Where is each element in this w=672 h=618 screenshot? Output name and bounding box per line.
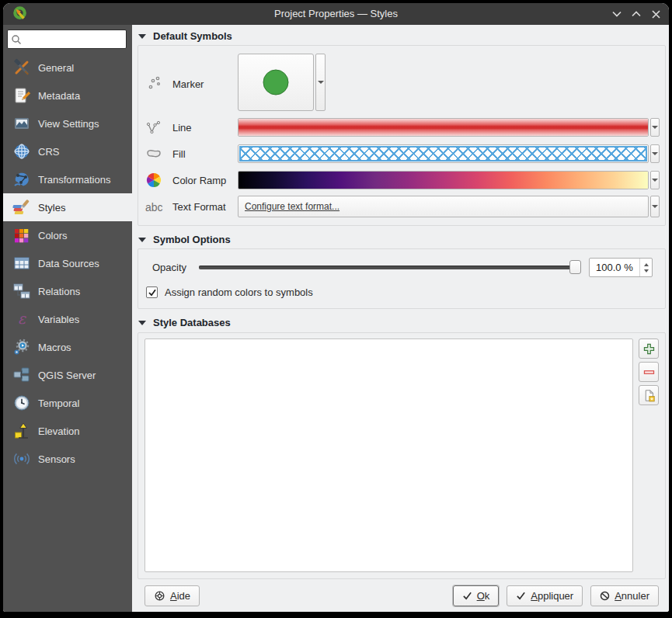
server-icon [12,366,31,384]
sidebar-item-temporal[interactable]: Temporal [3,389,132,417]
opacity-slider-track[interactable] [199,266,581,269]
text-format-button[interactable]: Configure text format... [238,196,649,217]
window-title: Project Properties — Styles [3,3,669,25]
sidebar-item-label: Variables [38,314,79,325]
sidebar-item-relations[interactable]: Relations [3,277,132,305]
section-title: Symbol Options [153,234,231,245]
minimize-icon[interactable] [610,7,624,21]
styles-panel: Default Symbols Marker Line [132,25,669,612]
configure-text-format-link[interactable]: Configure text format... [245,201,339,212]
titlebar: Project Properties — Styles [3,3,669,25]
add-icon [642,342,656,356]
remove-style-database-button[interactable] [639,362,659,382]
close-icon[interactable] [649,7,663,21]
sidebar-item-general[interactable]: General [3,54,132,82]
relations-tables-icon [12,282,31,300]
random-colors-checkbox[interactable] [146,286,158,298]
color-ramp-dropdown-button[interactable] [650,171,660,189]
fill-label: Fill [172,148,186,160]
ok-button[interactable]: Ok [453,585,500,606]
sidebar-item-label: Sensors [38,453,75,465]
sidebar-item-data-sources[interactable]: Data Sources [3,249,132,277]
cancel-icon [600,591,610,601]
apply-button[interactable]: Appliquer [507,585,583,606]
sidebar-item-label: QGIS Server [38,370,96,381]
new-style-database-button[interactable] [639,385,659,405]
fill-preview-button[interactable] [238,144,649,163]
chevron-down-icon [318,81,324,84]
chevron-down-icon [652,179,658,182]
random-colors-label: Assign random colors to symbols [165,286,313,298]
sidebar-item-styles[interactable]: Styles [3,193,132,221]
line-symbol-icon [144,118,163,137]
opacity-slider[interactable] [199,260,581,274]
symbol-options-header[interactable]: Symbol Options [138,234,231,245]
help-buoy-icon [154,590,165,602]
collapse-arrow-icon [138,34,146,39]
spin-up-icon[interactable] [644,263,649,266]
collapse-arrow-icon [138,238,146,242]
globe-network-icon [12,170,31,189]
color-ramp-label: Color Ramp [172,175,226,186]
help-button[interactable]: Aide [144,585,200,606]
sidebar-item-label: View Settings [38,118,99,130]
sidebar-item-label: Transformations [38,174,110,186]
sidebar-item-label: Relations [38,286,80,297]
sidebar-item-view-settings[interactable]: View Settings [3,109,132,137]
marker-symbol-preview [263,70,289,95]
line-dropdown-button[interactable] [650,118,660,137]
sidebar-item-crs[interactable]: CRS [3,137,132,165]
help-button-label: Aide [170,590,190,602]
color-wheel-icon [144,171,163,189]
color-ramp-preview [239,172,648,189]
marker-dropdown-button[interactable] [315,54,326,111]
spin-down-icon[interactable] [644,269,649,273]
marker-label: Marker [172,78,204,90]
ok-button-label: Ok [477,590,490,602]
cancel-button[interactable]: Annuler [590,585,659,606]
color-ramp-button[interactable] [238,171,649,189]
sidebar-item-transformations[interactable]: Transformations [3,165,132,193]
map-view-icon [12,114,31,133]
sidebar-nav: General Metadata [3,54,132,473]
opacity-label: Opacity [152,262,186,273]
fill-dropdown-button[interactable] [650,144,660,163]
marker-symbol-icon [146,74,165,92]
apply-button-label: Appliquer [531,590,573,602]
sidebar-item-macros[interactable]: Macros [3,333,132,361]
opacity-spinbox[interactable]: 100.0 % [589,258,653,277]
line-label: Line [172,122,192,134]
line-symbol-preview [239,119,648,136]
line-preview-button[interactable] [238,118,649,137]
search-icon [11,34,22,45]
style-databases-header[interactable]: Style Databases [138,317,231,328]
sidebar-item-qgis-server[interactable]: QGIS Server [3,361,132,389]
maximize-icon[interactable] [629,7,643,21]
style-databases-list[interactable] [144,339,633,572]
document-pencil-icon [12,86,31,105]
sidebar-item-variables[interactable]: ε Variables [3,305,132,333]
text-format-dropdown-button[interactable] [650,196,660,217]
sidebar: General Metadata [3,25,132,612]
search-box[interactable] [7,30,127,49]
sidebar-item-label: Temporal [38,398,79,409]
svg-text:ε: ε [18,310,26,327]
sidebar-item-colors[interactable]: Colors [3,221,132,249]
sidebar-item-metadata[interactable]: Metadata [3,82,132,109]
search-input[interactable] [22,34,115,45]
collapse-arrow-icon [138,321,146,325]
sensor-waves-icon [12,450,31,468]
remove-icon [642,366,656,379]
fill-symbol-icon [144,144,163,163]
gear-play-icon [12,338,31,356]
opacity-slider-handle[interactable] [569,260,581,274]
sidebar-item-elevation[interactable]: Elevation [3,417,132,445]
sidebar-item-sensors[interactable]: Sensors [3,445,132,473]
section-title: Default Symbols [153,30,232,42]
chevron-down-icon [652,152,658,155]
marker-preview-button[interactable] [238,54,314,111]
spinner-arrows[interactable] [639,259,652,276]
add-style-database-button[interactable] [639,339,659,359]
fill-symbol-preview [239,146,647,161]
default-symbols-header[interactable]: Default Symbols [138,30,232,42]
